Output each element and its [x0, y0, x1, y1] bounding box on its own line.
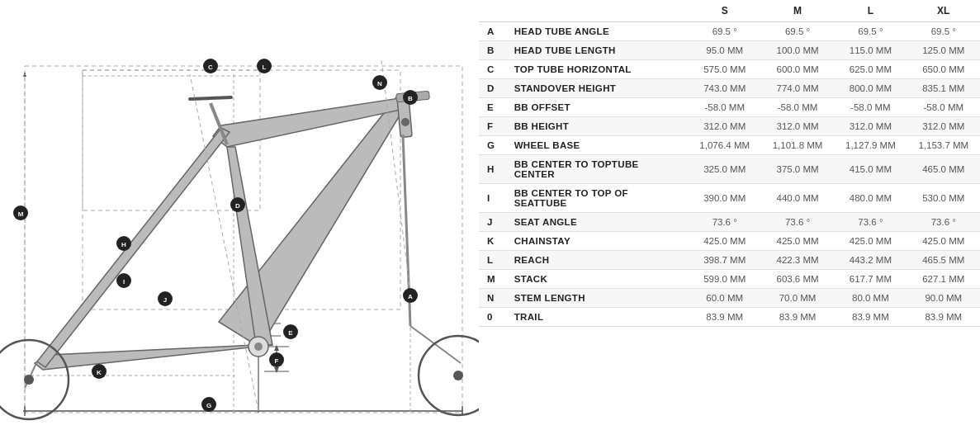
row-m: 1,101.8 MM: [761, 136, 834, 155]
row-m: 774.0 MM: [761, 79, 834, 98]
svg-line-33: [410, 326, 461, 363]
row-label: BB CENTER TO TOP OF SEATTUBE: [506, 184, 689, 213]
row-xl: 73.6 °: [907, 213, 980, 232]
svg-text:M: M: [18, 210, 24, 218]
svg-point-37: [0, 340, 69, 419]
row-s: 743.0 MM: [689, 79, 761, 98]
svg-text:G: G: [206, 402, 211, 409]
table-row: F BB HEIGHT 312.0 MM 312.0 MM 312.0 MM 3…: [479, 117, 980, 136]
row-id: M: [479, 270, 506, 289]
row-label: BB HEIGHT: [506, 117, 689, 136]
table-row: M STACK 599.0 MM 603.6 MM 617.7 MM 627.1…: [479, 270, 980, 289]
row-xl: 465.5 MM: [907, 251, 980, 270]
row-label: WHEEL BASE: [506, 136, 689, 155]
row-id: G: [479, 136, 506, 155]
row-label: STEM LENGTH: [506, 289, 689, 308]
row-id: C: [479, 60, 506, 79]
row-xl: 425.0 MM: [907, 232, 980, 251]
row-id: K: [479, 232, 506, 251]
row-l: 480.0 MM: [834, 184, 907, 213]
svg-point-38: [24, 375, 34, 385]
row-l: 625.0 MM: [834, 60, 907, 79]
row-label: TOP TUBE HORIZONTAL: [506, 60, 689, 79]
table-row: H BB CENTER TO TOPTUBE CENTER 325.0 MM 3…: [479, 155, 980, 184]
row-m: 70.0 MM: [761, 289, 834, 308]
row-label: SEAT ANGLE: [506, 213, 689, 232]
table-row: E BB OFFSET -58.0 MM -58.0 MM -58.0 MM -…: [479, 98, 980, 117]
table-row: L REACH 398.7 MM 422.3 MM 443.2 MM 465.5…: [479, 251, 980, 270]
row-s: 73.6 °: [689, 213, 761, 232]
table-row: N STEM LENGTH 60.0 MM 70.0 MM 80.0 MM 90…: [479, 289, 980, 308]
row-label: BB CENTER TO TOPTUBE CENTER: [506, 155, 689, 184]
col-header-xl: XL: [907, 0, 980, 22]
row-id: E: [479, 98, 506, 117]
row-label: STACK: [506, 270, 689, 289]
bike-diagram-svg: A B C D E F G H I J K L: [0, 0, 479, 444]
svg-text:E: E: [288, 329, 293, 337]
row-s: 83.9 MM: [689, 308, 761, 327]
row-s: 425.0 MM: [689, 232, 761, 251]
row-m: 425.0 MM: [761, 232, 834, 251]
col-header-m: M: [761, 0, 834, 22]
col-header-id: [479, 0, 506, 22]
svg-marker-14: [274, 367, 279, 373]
table-row: G WHEEL BASE 1,076.4 MM 1,101.8 MM 1,127…: [479, 136, 980, 155]
svg-text:F: F: [275, 357, 279, 365]
svg-marker-27: [37, 128, 230, 367]
svg-text:I: I: [123, 278, 125, 286]
table-row: J SEAT ANGLE 73.6 ° 73.6 ° 73.6 ° 73.6 °: [479, 213, 980, 232]
svg-marker-26: [35, 345, 272, 370]
geometry-table: S M L XL A HEAD TUBE ANGLE 69.5 ° 69.5 °…: [479, 0, 980, 327]
row-id: D: [479, 79, 506, 98]
table-row: C TOP TUBE HORIZONTAL 575.0 MM 600.0 MM …: [479, 60, 980, 79]
row-s: 312.0 MM: [689, 117, 761, 136]
row-xl: 312.0 MM: [907, 117, 980, 136]
svg-text:K: K: [97, 369, 102, 376]
row-m: 100.0 MM: [761, 41, 834, 60]
row-s: 1,076.4 MM: [689, 136, 761, 155]
row-l: 115.0 MM: [834, 41, 907, 60]
row-m: 83.9 MM: [761, 308, 834, 327]
row-id: A: [479, 22, 506, 41]
row-l: 312.0 MM: [834, 117, 907, 136]
row-s: 575.0 MM: [689, 60, 761, 79]
row-s: 325.0 MM: [689, 155, 761, 184]
row-m: 603.6 MM: [761, 270, 834, 289]
row-l: -58.0 MM: [834, 98, 907, 117]
row-m: 73.6 °: [761, 213, 834, 232]
row-id: F: [479, 117, 506, 136]
table-row: K CHAINSTAY 425.0 MM 425.0 MM 425.0 MM 4…: [479, 232, 980, 251]
col-header-label: [506, 0, 689, 22]
row-s: 60.0 MM: [689, 289, 761, 308]
row-xl: 650.0 MM: [907, 60, 980, 79]
row-m: 375.0 MM: [761, 155, 834, 184]
row-xl: 1,153.7 MM: [907, 136, 980, 155]
row-m: 312.0 MM: [761, 117, 834, 136]
row-l: 80.0 MM: [834, 289, 907, 308]
row-id: N: [479, 289, 506, 308]
row-label: REACH: [506, 251, 689, 270]
row-label: CHAINSTAY: [506, 232, 689, 251]
row-label: HEAD TUBE ANGLE: [506, 22, 689, 41]
row-m: 440.0 MM: [761, 184, 834, 213]
row-m: 69.5 °: [761, 22, 834, 41]
row-m: -58.0 MM: [761, 98, 834, 117]
row-label: BB OFFSET: [506, 98, 689, 117]
svg-point-31: [401, 118, 410, 126]
row-id: 0: [479, 308, 506, 327]
row-xl: 125.0 MM: [907, 41, 980, 60]
table-row: D STANDOVER HEIGHT 743.0 MM 774.0 MM 800…: [479, 79, 980, 98]
row-label: TRAIL: [506, 308, 689, 327]
row-xl: 835.1 MM: [907, 79, 980, 98]
table-row: I BB CENTER TO TOP OF SEATTUBE 390.0 MM …: [479, 184, 980, 213]
svg-text:A: A: [408, 293, 413, 300]
svg-point-35: [419, 336, 479, 415]
row-id: I: [479, 184, 506, 213]
row-id: J: [479, 213, 506, 232]
svg-line-41: [190, 97, 231, 99]
row-xl: 90.0 MM: [907, 289, 980, 308]
row-xl: 83.9 MM: [907, 308, 980, 327]
svg-text:H: H: [121, 241, 126, 248]
row-xl: 465.0 MM: [907, 155, 980, 184]
row-label: HEAD TUBE LENGTH: [506, 41, 689, 60]
